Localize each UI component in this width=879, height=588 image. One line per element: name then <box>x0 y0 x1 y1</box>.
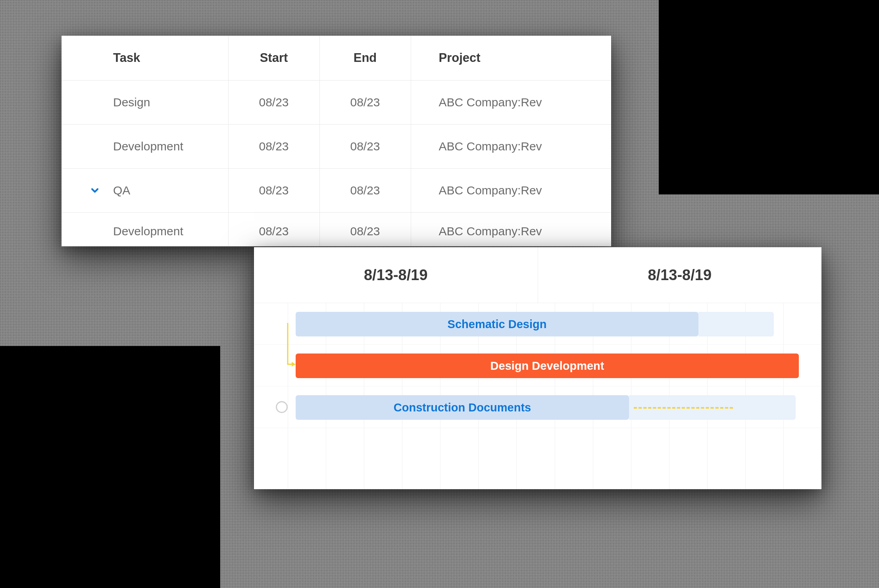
gantt-card: 8/13-8/19 8/13-8/19 <box>254 247 821 489</box>
task-table-header-row: Task Start End Project <box>62 36 611 81</box>
task-cell: QA <box>62 169 228 213</box>
gantt-bar-label: Construction Documents <box>394 401 531 414</box>
task-cell: Development <box>62 125 228 169</box>
table-row[interactable]: Design 08/23 08/23 ABC Company:Rev <box>62 81 611 125</box>
black-block-top <box>659 0 879 194</box>
gantt-row: Design Development <box>254 345 821 386</box>
table-row[interactable]: QA 08/23 08/23 ABC Company:Rev <box>62 169 611 213</box>
start-cell: 08/23 <box>228 125 319 169</box>
table-row[interactable]: Development 08/23 08/23 ABC Company:Rev <box>62 125 611 169</box>
table-row[interactable]: Development 08/23 08/23 ABC Company:Rev <box>62 213 611 246</box>
col-header-start[interactable]: Start <box>228 36 319 81</box>
black-block-bottom <box>0 346 220 588</box>
end-cell: 08/23 <box>319 169 411 213</box>
gantt-bar-construction-documents[interactable]: Construction Documents <box>296 395 629 420</box>
col-header-project[interactable]: Project <box>411 36 611 81</box>
gantt-row <box>254 428 821 470</box>
col-header-task[interactable]: Task <box>62 36 228 81</box>
start-cell: 08/23 <box>228 81 319 125</box>
task-label: QA <box>113 184 130 197</box>
task-cell: Design <box>62 81 228 125</box>
gantt-date-range-col[interactable]: 8/13-8/19 <box>254 247 538 303</box>
gantt-row-radio[interactable] <box>276 401 288 413</box>
project-cell: ABC Company:Rev <box>411 169 611 213</box>
col-header-end[interactable]: End <box>319 36 411 81</box>
gantt-date-range-col[interactable]: 8/13-8/19 <box>538 247 822 303</box>
end-cell: 08/23 <box>319 81 411 125</box>
task-cell: Development <box>62 213 228 246</box>
project-cell: ABC Company:Rev <box>411 125 611 169</box>
task-table-card: Task Start End Project Design 08/23 08/2… <box>62 36 611 246</box>
gantt-body: Schematic Design Design Development Cons… <box>254 303 821 489</box>
chevron-down-icon[interactable] <box>89 185 100 196</box>
gantt-bar-label: Schematic Design <box>448 318 547 331</box>
task-table: Task Start End Project Design 08/23 08/2… <box>62 36 611 246</box>
project-cell: ABC Company:Rev <box>411 213 611 246</box>
end-cell: 08/23 <box>319 125 411 169</box>
gantt-bar-schematic-design[interactable]: Schematic Design <box>296 312 698 336</box>
start-cell: 08/23 <box>228 169 319 213</box>
gantt-row: Schematic Design <box>254 303 821 345</box>
end-cell: 08/23 <box>319 213 411 246</box>
gantt-bar-label: Design Development <box>490 359 604 373</box>
gantt-header: 8/13-8/19 8/13-8/19 <box>254 247 821 303</box>
gantt-row: Construction Documents <box>254 386 821 428</box>
project-cell: ABC Company:Rev <box>411 81 611 125</box>
gantt-bar-design-development[interactable]: Design Development <box>296 354 799 378</box>
gantt-dashed-extension <box>634 407 733 409</box>
start-cell: 08/23 <box>228 213 319 246</box>
